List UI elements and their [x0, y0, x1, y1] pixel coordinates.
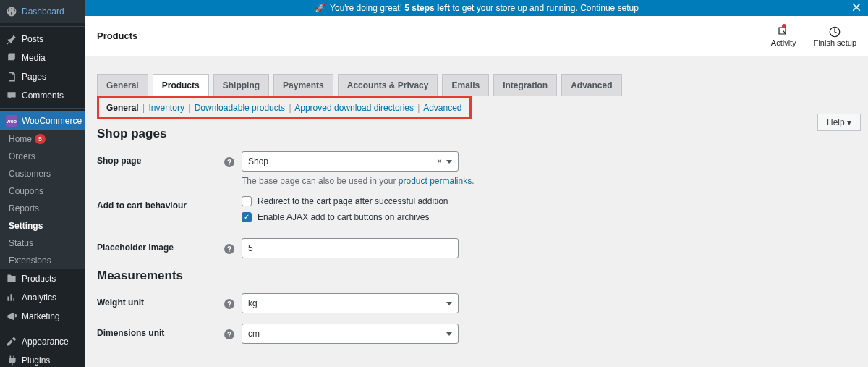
subitem-label: Orders [9, 151, 35, 161]
add-to-cart-label: Add to cart behaviour [97, 196, 224, 211]
products-icon [6, 273, 17, 284]
media-icon [6, 52, 17, 64]
sidebar-item-analytics[interactable]: Analytics [0, 288, 85, 307]
pages-icon [6, 71, 17, 83]
weight-value: kg [248, 298, 258, 308]
subitem-extensions[interactable]: Extensions [0, 252, 85, 269]
dimensions-select[interactable]: cm [242, 324, 459, 344]
banner-bold: 5 steps left [404, 3, 450, 13]
help-icon[interactable]: ? [224, 244, 234, 254]
tab-emails[interactable]: Emails [442, 74, 489, 96]
separator: | [142, 103, 145, 113]
rocket-icon: 🚀 [315, 3, 326, 13]
sidebar-item-posts[interactable]: Posts [0, 30, 85, 48]
subitem-coupons[interactable]: Coupons [0, 182, 85, 200]
help-icon[interactable]: ? [224, 157, 234, 167]
activity-button[interactable]: Activity [771, 25, 796, 47]
clear-icon[interactable]: × [437, 156, 442, 166]
section-measurements: Measurements [97, 269, 856, 283]
sidebar-label: Comments [22, 90, 64, 101]
sidebar-item-appearance[interactable]: Appearance [0, 332, 85, 351]
help-icon[interactable]: ? [224, 299, 234, 309]
sidebar-label: Analytics [22, 292, 56, 303]
tab-accounts[interactable]: Accounts & Privacy [338, 74, 438, 96]
sidebar-item-plugins[interactable]: Plugins [0, 351, 85, 367]
continue-setup-link[interactable]: Continue setup [580, 3, 639, 13]
shop-page-select[interactable]: Shop × [242, 151, 459, 172]
subitem-settings[interactable]: Settings [0, 217, 85, 235]
finish-setup-button[interactable]: Finish setup [814, 25, 856, 47]
sidebar-label: Pages [22, 72, 46, 82]
chevron-down-icon [446, 160, 452, 164]
sublink-downloadable[interactable]: Downloadable products [195, 103, 285, 113]
header-actions: Activity Finish setup [771, 25, 856, 47]
pin-icon [6, 33, 17, 45]
subitem-reports[interactable]: Reports [0, 200, 85, 217]
subitem-customers[interactable]: Customers [0, 165, 85, 182]
woocommerce-submenu: Home 5 Orders Customers Coupons Reports … [0, 130, 85, 269]
row-add-to-cart: Add to cart behaviour Redirect to the ca… [97, 196, 856, 228]
tab-advanced[interactable]: Advanced [561, 74, 621, 96]
placeholder-label: Placeholder image [97, 238, 224, 253]
shop-page-value: Shop [248, 156, 268, 166]
subitem-label: Extensions [9, 256, 51, 266]
weight-select[interactable]: kg [242, 293, 459, 313]
dimensions-label: Dimensions unit [97, 324, 224, 338]
help-icon[interactable]: ? [224, 329, 234, 339]
subitem-orders[interactable]: Orders [0, 148, 85, 165]
sidebar-item-products[interactable]: Products [0, 269, 85, 288]
settings-content: Help ▾ General Products Shipping Payment… [85, 56, 868, 367]
subitem-home[interactable]: Home 5 [0, 130, 85, 148]
appearance-icon [6, 336, 17, 347]
sidebar-item-dashboard[interactable]: Dashboard [0, 0, 85, 23]
banner-prefix: You're doing great! [330, 3, 402, 13]
finish-label: Finish setup [814, 38, 856, 47]
sublink-inventory[interactable]: Inventory [149, 103, 184, 113]
placeholder-input[interactable] [242, 238, 459, 258]
setup-banner: 🚀 You're doing great! 5 steps left to ge… [85, 0, 868, 16]
tab-integration[interactable]: Integration [493, 74, 557, 96]
tab-payments[interactable]: Payments [273, 74, 333, 96]
help-tab[interactable]: Help ▾ [817, 114, 861, 131]
shop-page-desc: The base page can also be used in your p… [242, 176, 856, 186]
tab-general[interactable]: General [97, 74, 148, 96]
subitem-label: Coupons [9, 186, 43, 196]
sidebar-item-marketing[interactable]: Marketing [0, 307, 85, 326]
redirect-checkbox[interactable] [242, 196, 252, 206]
subitem-status[interactable]: Status [0, 235, 85, 252]
sidebar-item-pages[interactable]: Pages [0, 67, 85, 86]
subitem-label: Home [9, 134, 32, 144]
sidebar-label: Plugins [22, 355, 50, 366]
marketing-icon [6, 311, 17, 322]
sidebar-item-media[interactable]: Media [0, 48, 85, 67]
subitem-label: Customers [9, 169, 51, 179]
permalinks-link[interactable]: product permalinks [399, 176, 472, 186]
row-weight-unit: Weight unit ? kg [97, 293, 856, 313]
admin-sidebar: Dashboard Posts Media Pages Comments woo… [0, 0, 85, 367]
row-dimensions-unit: Dimensions unit ? cm [97, 324, 856, 344]
subitem-label: Settings [9, 221, 43, 231]
separator: | [417, 103, 420, 113]
sublink-advanced[interactable]: Advanced [423, 103, 461, 113]
sidebar-label: Appearance [22, 337, 69, 347]
tab-shipping[interactable]: Shipping [213, 74, 269, 96]
subitem-label: Reports [9, 203, 39, 214]
row-shop-page: Shop page ? Shop × The base page can als… [97, 151, 856, 186]
close-icon[interactable] [851, 1, 862, 15]
chevron-down-icon [446, 332, 452, 336]
home-badge: 5 [35, 134, 46, 144]
sidebar-label: WooCommerce [22, 116, 82, 126]
chevron-down-icon [446, 302, 452, 305]
sublink-approved[interactable]: Approved download directories [294, 103, 414, 113]
sidebar-item-comments[interactable]: Comments [0, 86, 85, 105]
comments-icon [6, 90, 17, 101]
banner-text: You're doing great! 5 steps left to get … [330, 3, 639, 13]
subitem-label: Status [9, 238, 33, 248]
ajax-checkbox[interactable] [242, 212, 252, 222]
analytics-icon [6, 292, 17, 303]
sidebar-label: Media [22, 53, 46, 63]
tab-products[interactable]: Products [153, 74, 209, 97]
sidebar-item-woocommerce[interactable]: woo WooCommerce [0, 111, 85, 130]
desc-text: The base page can also be used in your [242, 176, 399, 186]
sublink-general[interactable]: General [106, 103, 139, 113]
